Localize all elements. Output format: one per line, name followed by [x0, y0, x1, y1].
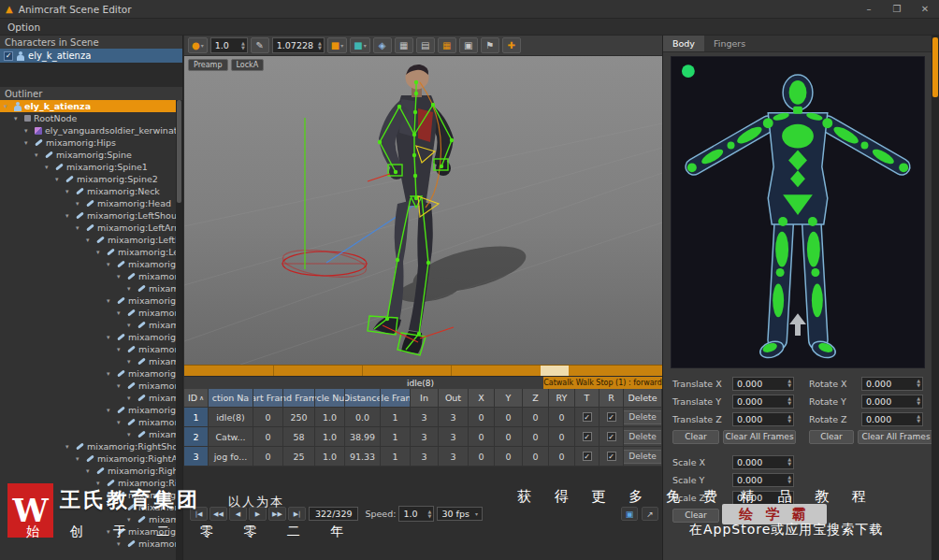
menu-option[interactable]: Option — [7, 22, 40, 33]
tree-item[interactable]: ▾mixamorig:LeftHandThumb3 — [0, 282, 182, 294]
snap-toggle-button[interactable]: ▦ — [438, 37, 456, 53]
tree-item[interactable]: ▾mixamorig:LeftHandPinky3 — [0, 428, 182, 440]
expander-icon[interactable]: ▾ — [127, 285, 135, 293]
r-checkbox[interactable]: ✓ — [607, 452, 616, 461]
expander-icon[interactable]: ▾ — [76, 224, 83, 232]
tree-item[interactable]: ▾mixamorig:LeftHandRing1 — [0, 367, 182, 380]
expander-icon[interactable]: ▾ — [117, 540, 124, 548]
tree-item[interactable]: ▾mixamorig:LeftHandPinky1 — [0, 404, 182, 416]
preamp-button[interactable]: Preamp — [188, 59, 228, 71]
tab-body[interactable]: Body — [663, 36, 704, 51]
fast-forward-button[interactable]: ▶▶ — [268, 507, 286, 521]
translate-input[interactable]: 0.000▲▼ — [732, 412, 794, 426]
expander-icon[interactable]: ▾ — [45, 164, 52, 171]
expander-icon[interactable]: ▾ — [117, 504, 124, 511]
t-checkbox[interactable]: ✓ — [583, 452, 592, 461]
tree-item[interactable]: ▾mixamorig:LeftHandIndex1 — [0, 294, 182, 307]
spin-down-icon[interactable]: ▼ — [787, 462, 791, 467]
character-visibility-checkbox[interactable]: ✓ — [4, 51, 13, 61]
expander-icon[interactable]: ▾ — [117, 382, 124, 390]
spin-down-icon[interactable]: ▼ — [787, 497, 791, 502]
expander-icon[interactable]: ▾ — [65, 443, 73, 451]
outliner-scrollbar[interactable] — [176, 100, 182, 560]
spin-down-icon[interactable]: ▼ — [917, 401, 920, 406]
table-row[interactable]: 1idle(8)02501.00.01330000✓✓Delete — [184, 408, 662, 427]
tree-item[interactable]: ▾mixamorig:RightHandThumb3 — [0, 513, 182, 525]
expander-icon[interactable]: ▾ — [76, 455, 83, 463]
clear-all-scale-button[interactable]: Clear All Frames — [723, 509, 796, 523]
offset-spinner[interactable]: 1.07228▲▼ — [272, 37, 325, 53]
step-back-button[interactable]: ◀ — [229, 507, 247, 521]
expander-icon[interactable]: ▾ — [65, 188, 73, 195]
tree-item[interactable]: ▾mixamorig:RightHandThumb1 — [0, 489, 182, 501]
ground-toggle-button[interactable]: ▤ — [416, 37, 435, 53]
expander-icon[interactable]: ▾ — [117, 273, 124, 280]
delete-button[interactable]: Delete — [624, 450, 662, 464]
right-scrollbar-thumb[interactable] — [932, 37, 938, 97]
column-header[interactable]: Y — [495, 389, 523, 408]
tree-item[interactable]: ▾mixamorig:Hips — [0, 136, 182, 149]
column-header[interactable]: ction Na — [209, 389, 253, 408]
expander-icon[interactable]: ▾ — [4, 103, 11, 110]
delete-button[interactable]: Delete — [624, 430, 662, 444]
expander-icon[interactable]: ▾ — [107, 370, 114, 378]
column-header[interactable]: ID∧ — [184, 389, 209, 408]
expander-icon[interactable]: ▾ — [65, 212, 73, 220]
table-row[interactable]: 2Catw...0581.038.991330000✓✓Delete — [184, 427, 662, 447]
scale-input[interactable]: 0.000▲▼ — [732, 455, 794, 469]
column-header[interactable]: Delete — [624, 389, 662, 408]
tree-item[interactable]: ▾mixamorig:LeftHandRing2 — [0, 380, 182, 392]
expander-icon[interactable]: ▾ — [86, 237, 94, 244]
tree-item[interactable]: ▾mixamorig:RightHandThumb2 — [0, 501, 182, 513]
tree-item[interactable]: ▾mixamorig:LeftHandMiddle2 — [0, 343, 182, 355]
tree-item[interactable]: ▾mixamorig:Spine — [0, 149, 182, 161]
cube-teal-button[interactable]: ■▾ — [350, 37, 369, 53]
select-tool-button[interactable]: ◈ — [373, 37, 392, 53]
tree-item[interactable]: ▾mixamorig:Neck — [0, 185, 182, 197]
column-header[interactable]: R — [600, 389, 624, 408]
expander-icon[interactable]: ▾ — [127, 395, 135, 402]
tree-item[interactable]: ▾mixamorig:RightHandIndex1 — [0, 525, 182, 538]
expander-icon[interactable]: ▾ — [117, 309, 124, 317]
expander-icon[interactable]: ▾ — [96, 480, 104, 487]
clear-all-translate-button[interactable]: Clear All Frames — [723, 430, 796, 444]
expander-icon[interactable]: ▾ — [127, 322, 135, 329]
grid-toggle-button[interactable]: ▦ — [395, 37, 413, 53]
delete-button[interactable]: Delete — [624, 410, 662, 424]
close-button[interactable]: ✕ — [911, 0, 939, 18]
expander-icon[interactable]: ▾ — [117, 419, 124, 426]
expander-icon[interactable]: ▾ — [107, 407, 114, 414]
expander-icon[interactable]: ▾ — [55, 176, 63, 183]
rotate-input[interactable]: 0.000▲▼ — [861, 395, 923, 409]
fps-select[interactable]: 30 fps ▾ — [437, 507, 482, 521]
expander-icon[interactable]: ▾ — [24, 127, 32, 135]
tree-item[interactable]: ▾mixamorig:RightArm — [0, 452, 182, 465]
gizmo-toggle-button[interactable]: ✚ — [502, 37, 521, 53]
timeline-segment-light[interactable] — [541, 366, 569, 376]
expander-icon[interactable]: ▾ — [86, 467, 94, 475]
skip-to-end-button[interactable]: ▶| — [288, 507, 306, 521]
right-scrollbar[interactable] — [932, 36, 939, 560]
viewport-3d[interactable]: Preamp LockA — [184, 56, 662, 365]
brush-button[interactable]: ✎ — [251, 37, 269, 53]
speed-spinner[interactable]: 1.0 ▲▼ — [398, 506, 434, 522]
translate-input[interactable]: 0.000▲▼ — [732, 377, 794, 391]
tree-item[interactable]: ▾ely_vanguardsoldier_kerwinatienza_ — [0, 124, 182, 136]
r-checkbox[interactable]: ✓ — [607, 432, 616, 441]
column-header[interactable]: Z — [523, 389, 549, 408]
expander-icon[interactable]: ▾ — [127, 516, 135, 524]
expander-icon[interactable]: ▾ — [107, 334, 114, 341]
tree-item[interactable]: ▾mixamorig:RightHandIndex2 — [0, 538, 182, 550]
expander-icon[interactable]: ▾ — [76, 200, 83, 208]
tree-item[interactable]: ▾mixamorig:RightForeArm — [0, 465, 182, 477]
tree-item[interactable]: ▾mixamorig:LeftHandIndex2 — [0, 307, 182, 319]
r-checkbox[interactable]: ✓ — [607, 412, 616, 422]
clear-rotate-button[interactable]: Clear — [809, 430, 854, 444]
skip-to-start-button[interactable]: |◀ — [190, 507, 208, 521]
rotate-input[interactable]: 0.000▲▼ — [861, 377, 923, 391]
spin-down-icon[interactable]: ▼ — [787, 383, 791, 388]
spin-down-icon[interactable]: ▼ — [428, 514, 432, 519]
spin-down-icon[interactable]: ▼ — [917, 419, 920, 424]
tree-item[interactable]: ▾mixamorig:LeftHandMiddle3 — [0, 355, 182, 367]
minimize-button[interactable]: – — [855, 0, 883, 18]
